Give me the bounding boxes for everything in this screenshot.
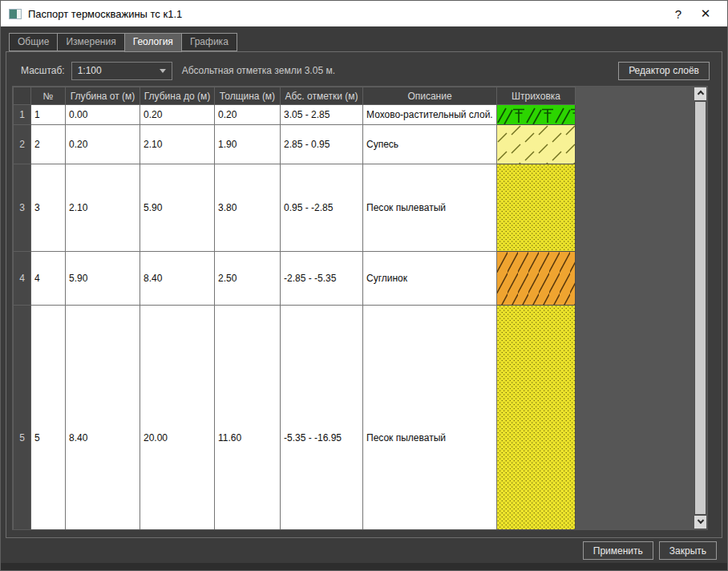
apply-button[interactable]: Применить: [583, 541, 653, 560]
app-icon-glyph: [10, 10, 17, 18]
cell-hatch-moss[interactable]: [497, 105, 576, 125]
chevron-down-icon: [697, 517, 703, 524]
cell-abs-marks[interactable]: 3.05 - 2.85: [281, 105, 363, 125]
header-row: №Глубина от (м)Глубина до (м)Толщина (м)…: [14, 87, 576, 105]
footer-bar: Применить Закрыть: [1, 538, 727, 563]
cell-depth-to[interactable]: 8.40: [140, 252, 215, 306]
chevron-up-icon: [697, 91, 703, 97]
cell-hatch-supes[interactable]: [497, 125, 576, 164]
column-header[interactable]: Описание: [363, 87, 497, 105]
close-dialog-button[interactable]: Закрыть: [659, 541, 717, 560]
hatch-pattern-supes: [497, 125, 575, 164]
cell-depth-from[interactable]: 5.90: [66, 252, 140, 306]
dialog-body: Общие Измерения Геология Графика Масштаб…: [1, 26, 727, 570]
hatch-pattern-moss: [497, 105, 575, 124]
table-row: 558.4020.0011.60-5.35 - -16.95Песок пыле…: [14, 306, 576, 531]
cell-abs-marks[interactable]: -2.85 - -5.35: [281, 252, 363, 306]
titlebar: Паспорт термоскважины тс к1.1 ? ✕: [1, 1, 727, 26]
window-title: Паспорт термоскважины тс к1.1: [28, 8, 665, 20]
scale-value: 1:100: [78, 65, 102, 76]
layers-editor-button[interactable]: Редактор слоёв: [618, 62, 710, 80]
scrollbar-thumb[interactable]: [695, 102, 706, 514]
tab-bar: Общие Измерения Геология Графика: [9, 33, 237, 51]
cell-thickness[interactable]: 1.90: [215, 125, 281, 164]
cell-description[interactable]: Песок пылеватый: [363, 306, 497, 531]
cell-depth-to[interactable]: 2.10: [140, 125, 215, 164]
controls-row: Масштаб: 1:100 Абсольтная отметка земли …: [16, 61, 712, 80]
row-header[interactable]: 2: [14, 125, 31, 164]
cell-description[interactable]: Песок пылеватый: [363, 164, 497, 252]
cell-description[interactable]: Супесь: [363, 125, 497, 164]
bottom-strip: [1, 563, 727, 570]
row-header[interactable]: 3: [14, 164, 31, 252]
column-header[interactable]: Глубина до (м): [140, 87, 215, 105]
cell-hatch-sand[interactable]: [497, 164, 576, 252]
cell-num[interactable]: 1: [31, 105, 66, 125]
dialog-window: Паспорт термоскважины тс к1.1 ? ✕ Общие …: [0, 0, 728, 571]
corner-header: [14, 87, 31, 105]
table-row: 445.908.402.50-2.85 - -5.35Суглинок: [14, 252, 576, 306]
hatch-pattern-loam: [497, 252, 575, 305]
cell-num[interactable]: 4: [31, 252, 66, 306]
column-header[interactable]: Штриховка: [497, 87, 576, 105]
cell-thickness[interactable]: 0.20: [215, 105, 281, 125]
cell-thickness[interactable]: 3.80: [215, 164, 281, 252]
column-header[interactable]: Глубина от (м): [66, 87, 140, 105]
cell-num[interactable]: 2: [31, 125, 66, 164]
scroll-up-button[interactable]: [694, 87, 706, 100]
cell-hatch-sand[interactable]: [497, 306, 576, 531]
tab-general[interactable]: Общие: [9, 33, 58, 51]
cell-depth-from[interactable]: 8.40: [66, 306, 140, 531]
cell-depth-to[interactable]: 0.20: [140, 105, 215, 125]
column-header[interactable]: №: [31, 87, 66, 105]
tab-geology[interactable]: Геология: [124, 33, 182, 52]
cell-num[interactable]: 5: [31, 306, 66, 531]
row-header[interactable]: 5: [14, 306, 31, 531]
cell-depth-from[interactable]: 0.00: [66, 105, 140, 125]
table-row: 220.202.101.902.85 - 0.95Супесь: [14, 125, 576, 164]
tab-pane: Масштаб: 1:100 Абсольтная отметка земли …: [6, 51, 722, 538]
table-row: 110.000.200.203.05 - 2.85Мохово-растител…: [14, 105, 576, 125]
row-header[interactable]: 4: [14, 252, 31, 306]
cell-hatch-loam[interactable]: [497, 252, 576, 306]
cell-thickness[interactable]: 11.60: [215, 306, 281, 531]
chevron-down-icon: [160, 69, 166, 73]
cell-depth-from[interactable]: 0.20: [66, 125, 140, 164]
cell-abs-marks[interactable]: 0.95 - -2.85: [281, 164, 363, 252]
hatch-pattern-sand: [497, 306, 575, 530]
cell-description[interactable]: Мохово-растительный слой.: [363, 105, 497, 125]
help-button[interactable]: ?: [665, 7, 692, 21]
cell-num[interactable]: 3: [31, 164, 66, 252]
cell-abs-marks[interactable]: -5.35 - -16.95: [281, 306, 363, 531]
cell-abs-marks[interactable]: 2.85 - 0.95: [281, 125, 363, 164]
cell-depth-to[interactable]: 20.00: [140, 306, 215, 531]
close-icon[interactable]: ✕: [692, 6, 719, 21]
cell-depth-to[interactable]: 5.90: [140, 164, 215, 252]
ground-elevation-note: Абсольтная отметка земли 3.05 м.: [182, 65, 335, 76]
cell-description[interactable]: Суглинок: [363, 252, 497, 306]
cell-depth-from[interactable]: 2.10: [66, 164, 140, 252]
tab-graphics[interactable]: Графика: [181, 33, 237, 51]
column-header[interactable]: Толщина (м): [215, 87, 281, 105]
geology-table-viewport: №Глубина от (м)Глубина до (м)Толщина (м)…: [12, 86, 708, 530]
app-icon: [9, 9, 22, 19]
scale-label: Масштаб:: [21, 65, 65, 76]
cell-thickness[interactable]: 2.50: [215, 252, 281, 306]
tab-measurements[interactable]: Измерения: [57, 33, 124, 51]
geology-table: №Глубина от (м)Глубина до (м)Толщина (м)…: [13, 87, 576, 530]
vertical-scrollbar[interactable]: [694, 87, 706, 528]
row-header[interactable]: 1: [14, 105, 31, 125]
geology-table-body: 110.000.200.203.05 - 2.85Мохово-растител…: [14, 105, 576, 531]
table-row: 332.105.903.800.95 - -2.85Песок пылеваты…: [14, 164, 576, 252]
column-header[interactable]: Абс. отметки (м): [281, 87, 363, 105]
scale-combobox[interactable]: 1:100: [71, 62, 172, 80]
scroll-down-button[interactable]: [694, 516, 706, 528]
hatch-pattern-sand: [497, 164, 575, 251]
